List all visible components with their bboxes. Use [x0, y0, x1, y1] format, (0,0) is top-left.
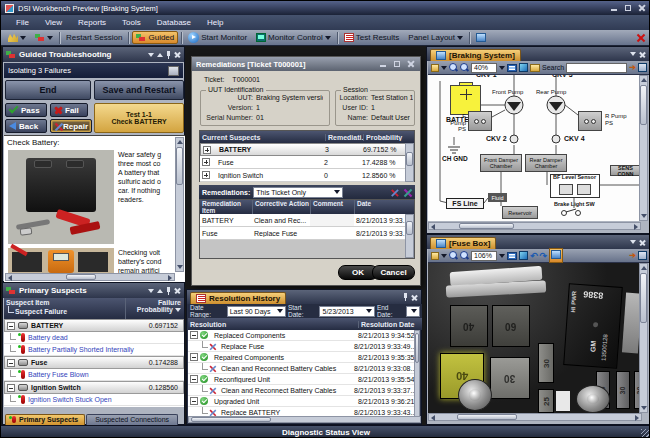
scroll-thumb[interactable]	[406, 221, 413, 235]
zoom-out-icon[interactable]	[449, 251, 458, 260]
collapse-icon[interactable]	[190, 397, 198, 405]
menu-file[interactable]: File	[9, 17, 36, 28]
grid-view-icon[interactable]	[507, 252, 517, 260]
date-range-dropdown[interactable]: Last 90 Days	[227, 306, 286, 317]
column-resolution[interactable]: Resolution	[188, 321, 358, 328]
toolbar-close-icon[interactable]	[635, 32, 647, 44]
column-suspect-item[interactable]: Suspect Item Suspect Failure	[4, 298, 126, 319]
redo-icon[interactable]: ↷	[540, 252, 548, 260]
schematic-horizontal-scrollbar[interactable]	[428, 222, 641, 230]
suspect-failure-row[interactable]: Battery Fuse Blown	[4, 369, 184, 381]
front-damper-chamber-box[interactable]: Front Damper Chamber	[480, 154, 522, 172]
save-icon[interactable]	[431, 64, 439, 72]
schematic-vertical-scrollbar[interactable]	[639, 75, 648, 221]
collapse-icon[interactable]	[7, 384, 15, 392]
start-date-picker[interactable]: 5/23/2013	[319, 306, 374, 317]
suspect-failure-row[interactable]: Ignition Switch Stuck Open	[4, 394, 184, 406]
go-arrow-icon[interactable]: ➔	[629, 252, 636, 260]
dialog-title-bar[interactable]: Remediations [Ticket T000001]	[192, 57, 420, 71]
repair-button[interactable]: Repair	[50, 119, 92, 133]
bf-level-sensor-box[interactable]: BF Level Sensor	[550, 174, 600, 198]
fusebox-photo[interactable]: 40 60 40 30 30 25 8386 HI PWR GM 1350012…	[428, 263, 642, 413]
fit-to-window-icon[interactable]	[519, 251, 528, 260]
scroll-thumb[interactable]	[191, 417, 271, 422]
screenshot-button[interactable]	[473, 32, 489, 43]
history-panel-tab[interactable]: Resolution History	[190, 292, 286, 304]
scroll-thumb[interactable]	[406, 152, 413, 166]
monitor-control-button[interactable]: Monitor Control	[253, 32, 334, 43]
scroll-right-icon[interactable]	[634, 224, 638, 230]
pin-icon[interactable]	[403, 293, 408, 301]
reservoir-box[interactable]: Reservoir	[502, 206, 538, 219]
column-current-suspects[interactable]: Current Suspects	[200, 134, 325, 141]
history-child-row[interactable]: Replace Fuse 8/21/2013 9:33:49...	[188, 341, 416, 352]
scroll-down-icon[interactable]	[641, 406, 647, 410]
history-vertical-scrollbar[interactable]	[414, 330, 420, 418]
braking-panel-tab[interactable]: [Braking System]	[430, 49, 521, 61]
instructions-vertical-scrollbar[interactable]	[175, 137, 184, 272]
scroll-down-icon[interactable]	[177, 265, 183, 269]
history-child-row[interactable]: Clean and Reconnect Battery Cables 8/21/…	[188, 385, 416, 396]
pin-icon[interactable]	[166, 287, 171, 295]
maximize-icon[interactable]	[392, 60, 402, 68]
chevron-up-icon[interactable]	[157, 289, 163, 293]
add-remediation-icon[interactable]	[390, 188, 398, 196]
close-icon[interactable]	[639, 51, 646, 58]
fs-line-box[interactable]: FS Line	[446, 198, 484, 209]
fail-button[interactable]: Fail	[50, 103, 88, 117]
pass-button[interactable]: Pass	[5, 103, 47, 117]
scroll-thumb[interactable]	[66, 274, 96, 280]
end-date-picker[interactable]	[406, 306, 420, 317]
close-icon[interactable]	[639, 239, 646, 246]
scroll-left-icon[interactable]	[431, 224, 435, 230]
guided-button[interactable]: Guided	[132, 31, 178, 44]
sens-conn-box[interactable]: SENS CONN	[610, 165, 641, 176]
history-group-row[interactable]: Replaced Components 8/21/2013 9:34:52...	[188, 330, 416, 341]
scroll-right-icon[interactable]	[635, 415, 639, 421]
maximize-icon[interactable]	[623, 4, 633, 12]
close-icon[interactable]	[406, 60, 416, 68]
current-test-button[interactable]: Test 1-1 Check BATTERY	[94, 103, 184, 133]
suspect-group-row[interactable]: BATTERY 0.697152	[4, 319, 184, 332]
minimize-icon[interactable]	[609, 4, 619, 12]
photo-horizontal-scrollbar[interactable]	[428, 413, 642, 421]
close-icon[interactable]	[637, 4, 647, 12]
suspect-failure-row[interactable]: Battery dead	[4, 332, 184, 344]
scroll-up-icon[interactable]	[641, 78, 647, 82]
chevron-down-icon[interactable]	[499, 66, 505, 70]
collapse-icon[interactable]	[190, 331, 198, 339]
close-icon[interactable]	[411, 294, 418, 301]
zoom-level-input[interactable]: 40%	[471, 63, 497, 73]
suspect-group-row[interactable]: Fuse 0.174288	[4, 356, 184, 369]
panel-layout-button[interactable]: Panel Layout	[405, 32, 466, 43]
scroll-thumb[interactable]	[415, 333, 419, 363]
scroll-thumb[interactable]	[457, 414, 517, 420]
zoom-out-icon[interactable]	[449, 63, 458, 72]
schematic-canvas[interactable]: CKV 1 CKV 3 BATTERY Front Pump Rear Pump…	[428, 75, 641, 221]
collapse-icon[interactable]	[190, 375, 198, 383]
remediations-filter-dropdown[interactable]: This Ticket Only	[253, 187, 343, 198]
menu-database[interactable]: Database	[150, 17, 198, 28]
chevron-down-icon[interactable]	[630, 52, 636, 56]
f-pump-ps-box[interactable]	[468, 111, 492, 131]
history-group-row[interactable]: Repaired Components 8/21/2013 9:35:35...	[188, 352, 416, 363]
history-group-row[interactable]: Upgraded Unit 8/21/2013 9:36:21...	[188, 396, 416, 407]
scroll-left-icon[interactable]	[431, 415, 435, 421]
menu-reports[interactable]: Reports	[71, 17, 113, 28]
fluid-tag[interactable]: Fluid	[488, 193, 507, 202]
scroll-thumb[interactable]	[640, 273, 647, 323]
close-icon[interactable]	[174, 51, 181, 58]
remediations-table-scrollbar[interactable]	[405, 214, 414, 258]
scroll-up-icon[interactable]	[641, 266, 647, 270]
save-icon[interactable]	[431, 252, 439, 260]
scroll-thumb[interactable]	[640, 85, 647, 125]
expand-icon[interactable]	[203, 146, 211, 154]
back-button[interactable]: Back	[5, 119, 47, 133]
column-failure-probability[interactable]: Failure Probability	[126, 298, 184, 319]
suspect-failure-row[interactable]: Battery Partially Shorted Internally	[4, 344, 184, 356]
undo-icon[interactable]: ↶	[530, 252, 538, 260]
column-probability[interactable]: Probability	[363, 134, 414, 141]
remediation-row[interactable]: Fuse Replace Fuse 8/21/2013 9:33...	[200, 227, 414, 240]
suspect-row[interactable]: BATTERY 3 69.7152 %	[200, 143, 414, 156]
search-input[interactable]	[566, 63, 627, 73]
